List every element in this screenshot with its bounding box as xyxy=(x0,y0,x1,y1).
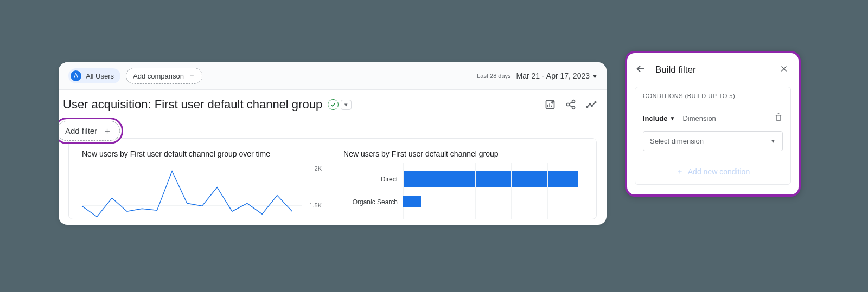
bar-chart-section: New users by First user default channel … xyxy=(343,150,583,219)
bar-label-direct: Direct xyxy=(343,176,403,183)
date-range-text: Mar 21 - Apr 17, 2023 xyxy=(516,72,590,80)
customize-report-icon[interactable] xyxy=(545,99,556,110)
delete-condition-icon[interactable] xyxy=(774,113,783,124)
charts-card: New users by First user default channel … xyxy=(68,138,597,219)
segment-label: All Users xyxy=(86,72,114,80)
bar-label-organic-search: Organic Search xyxy=(343,198,403,206)
svg-point-4 xyxy=(586,106,588,108)
segment-chip-all-users[interactable]: A All Users xyxy=(68,68,120,83)
plus-icon: ＋ xyxy=(103,125,112,137)
conditions-card: Conditions (build up to 5) Include ▼ Dim… xyxy=(635,87,791,185)
add-filter-label: Add filter xyxy=(65,126,97,135)
filter-panel-title: Build filter xyxy=(655,64,777,75)
bar-fill-direct xyxy=(403,171,578,187)
svg-point-5 xyxy=(589,103,591,105)
svg-point-1 xyxy=(572,100,575,103)
include-exclude-dropdown[interactable]: Include ▼ xyxy=(643,114,675,122)
y-tick-1-5k: 1.5K xyxy=(309,202,322,209)
title-row: User acquisition: First user default cha… xyxy=(59,90,607,114)
page-title: User acquisition: First user default cha… xyxy=(63,98,322,112)
svg-rect-8 xyxy=(776,115,781,120)
line-chart: 2K 1.5K xyxy=(82,168,322,219)
add-filter-button[interactable]: Add filter ＋ xyxy=(59,121,120,141)
date-preset-label: Last 28 days xyxy=(477,73,510,79)
plus-icon: ＋ xyxy=(676,167,684,177)
svg-point-7 xyxy=(595,102,596,103)
line-chart-svg xyxy=(82,168,302,219)
add-new-condition-button[interactable]: ＋ Add new condition xyxy=(635,159,790,184)
insights-icon[interactable] xyxy=(586,99,597,110)
svg-point-6 xyxy=(591,105,593,107)
close-icon[interactable] xyxy=(777,62,791,78)
add-filter-highlight: Add filter ＋ xyxy=(59,118,123,144)
line-chart-title: New users by First user default channel … xyxy=(82,150,322,158)
chevron-down-icon: ▾ xyxy=(593,72,597,80)
plus-icon: ＋ xyxy=(188,71,195,81)
segment-badge-icon: A xyxy=(71,70,81,81)
include-label: Include xyxy=(643,114,668,122)
svg-point-3 xyxy=(572,106,575,109)
chevron-down-icon: ▼ xyxy=(770,138,776,144)
bar-fill-organic-search xyxy=(403,196,421,207)
analytics-report-panel: A All Users Add comparison ＋ Last 28 day… xyxy=(59,62,607,225)
title-dropdown[interactable]: ▾ xyxy=(341,100,352,110)
filter-panel-header: Build filter xyxy=(627,53,799,87)
date-range-picker[interactable]: Last 28 days Mar 21 - Apr 17, 2023 ▾ xyxy=(477,72,597,80)
select-dimension-label: Select dimension xyxy=(650,137,704,145)
chevron-down-icon: ▼ xyxy=(670,115,675,121)
add-comparison-button[interactable]: Add comparison ＋ xyxy=(126,68,202,84)
add-condition-label: Add new condition xyxy=(688,167,750,176)
title-actions xyxy=(545,99,597,110)
bar-row-organic-search: Organic Search xyxy=(343,191,583,213)
bar-chart: Direct Organic Search xyxy=(343,168,583,213)
y-tick-2k: 2K xyxy=(315,165,322,172)
condition-row: Include ▼ Dimension xyxy=(635,105,790,131)
conditions-header: Conditions (build up to 5) xyxy=(635,87,790,105)
share-icon[interactable] xyxy=(565,99,576,110)
bar-chart-title: New users by First user default channel … xyxy=(343,150,583,158)
line-chart-section: New users by First user default channel … xyxy=(82,150,322,219)
verified-check-icon xyxy=(328,99,339,110)
build-filter-panel: Build filter Conditions (build up to 5) … xyxy=(625,51,801,197)
back-arrow-icon[interactable] xyxy=(633,61,649,79)
svg-point-2 xyxy=(567,103,570,106)
bar-row-direct: Direct xyxy=(343,168,583,191)
top-bar: A All Users Add comparison ＋ Last 28 day… xyxy=(59,62,607,90)
add-comparison-label: Add comparison xyxy=(133,72,184,80)
dimension-label: Dimension xyxy=(682,114,767,122)
select-dimension-dropdown[interactable]: Select dimension ▼ xyxy=(643,131,783,151)
